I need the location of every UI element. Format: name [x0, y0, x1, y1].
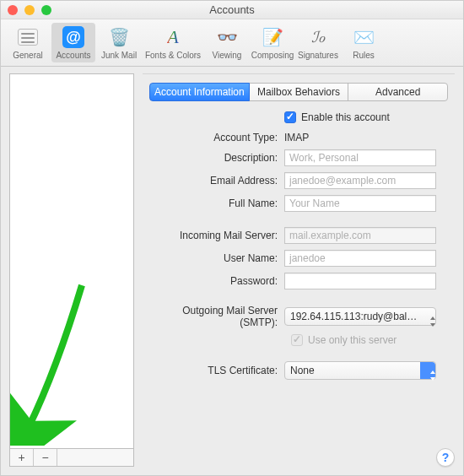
- close-window-button[interactable]: [8, 5, 18, 15]
- tab-mailbox-behaviors[interactable]: Mailbox Behaviors: [249, 83, 349, 101]
- accounts-list-footer: + −: [9, 448, 134, 467]
- password-label: Password:: [149, 275, 284, 287]
- tab-advanced[interactable]: Advanced: [348, 83, 448, 101]
- toolbar-item-composing[interactable]: 📝 Composing: [251, 23, 294, 62]
- accounts-list[interactable]: [9, 73, 134, 448]
- incoming-server-input[interactable]: [284, 227, 436, 244]
- smtp-select[interactable]: 192.64.115.113:rudy@ballistic: [284, 307, 436, 326]
- description-input[interactable]: [284, 149, 436, 166]
- minimize-window-button[interactable]: [24, 5, 35, 15]
- account-detail-panel: Account Information Mailbox Behaviors Ad…: [143, 73, 455, 467]
- account-information-form: Enable this account Account Type: IMAP D…: [149, 111, 448, 460]
- add-account-button[interactable]: +: [10, 449, 34, 466]
- tls-certificate-label: TLS Certificate:: [149, 365, 284, 376]
- full-name-input[interactable]: [284, 195, 436, 212]
- tls-certificate-select[interactable]: None: [284, 361, 436, 380]
- annotation-arrow: [10, 74, 135, 446]
- toolbar-item-signatures[interactable]: ℐℴ Signatures: [296, 23, 340, 62]
- use-only-this-server-label: Use only this server: [308, 334, 397, 346]
- toolbar-item-viewing[interactable]: 👓 Viewing: [205, 23, 249, 62]
- user-name-input[interactable]: [284, 250, 436, 267]
- toolbar-item-general[interactable]: General: [6, 23, 50, 62]
- incoming-server-label: Incoming Mail Server:: [149, 230, 284, 241]
- tab-account-information[interactable]: Account Information: [149, 83, 250, 101]
- email-address-input[interactable]: [284, 172, 436, 189]
- user-name-label: User Name:: [149, 252, 284, 264]
- body: + − Account Information Mailbox Behavior…: [1, 67, 463, 475]
- smtp-label: Outgoing Mail Server (SMTP):: [149, 305, 284, 328]
- remove-account-button[interactable]: −: [34, 449, 57, 466]
- enable-account-label: Enable this account: [301, 111, 390, 123]
- toolbar-item-junk-mail[interactable]: 🗑️ Junk Mail: [97, 23, 141, 62]
- toolbar-item-rules[interactable]: ✉️ Rules: [342, 23, 386, 62]
- account-type-label: Account Type:: [149, 132, 284, 143]
- glasses-icon: 👓: [213, 25, 240, 49]
- preferences-toolbar: General @ Accounts 🗑️ Junk Mail A Fonts …: [1, 19, 463, 67]
- account-type-value: IMAP: [284, 132, 448, 143]
- enable-account-checkbox[interactable]: [284, 111, 296, 123]
- preferences-window: Accounts General @ Accounts 🗑️ Junk Mail…: [0, 0, 464, 476]
- rules-icon: ✉️: [350, 25, 377, 49]
- compose-icon: 📝: [259, 25, 286, 49]
- password-input[interactable]: [284, 273, 436, 289]
- use-only-this-server-checkbox[interactable]: [291, 334, 303, 346]
- full-name-label: Full Name:: [149, 197, 284, 209]
- accounts-sidebar: + −: [9, 73, 134, 467]
- zoom-window-button[interactable]: [41, 5, 51, 15]
- signature-icon: ℐℴ: [305, 25, 332, 49]
- at-sign-icon: @: [60, 25, 87, 49]
- description-label: Description:: [149, 152, 284, 164]
- email-address-label: Email Address:: [149, 175, 284, 187]
- toolbar-item-fonts-colors[interactable]: A Fonts & Colors: [143, 23, 203, 62]
- sliders-icon: [14, 25, 41, 49]
- window-title: Accounts: [1, 3, 463, 16]
- fonts-colors-icon: A: [159, 25, 186, 49]
- traffic-lights: [8, 5, 51, 15]
- toolbar-item-accounts[interactable]: @ Accounts: [51, 23, 95, 62]
- help-button[interactable]: ?: [436, 448, 455, 467]
- account-tabs: Account Information Mailbox Behaviors Ad…: [149, 83, 448, 101]
- titlebar: Accounts: [1, 1, 463, 19]
- recycle-bin-icon: 🗑️: [105, 25, 132, 49]
